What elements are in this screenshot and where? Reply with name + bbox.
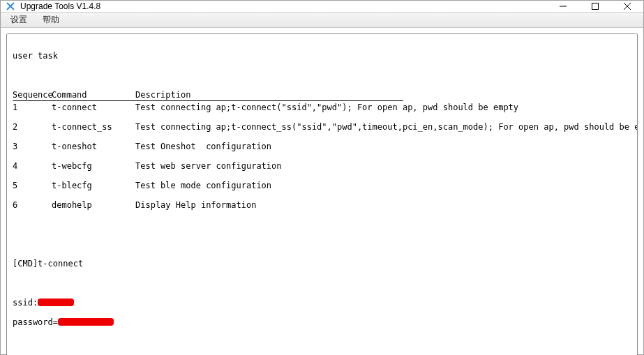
table-row: 6demohelpDisplay Help information: [13, 200, 631, 210]
menu-settings[interactable]: 设置: [8, 13, 30, 27]
app-window: Upgrade Tools V1.4.8 设置 帮助 user task Seq…: [0, 0, 644, 355]
table-row: 1t-connectTest connecting ap;t-connect("…: [13, 103, 631, 112]
term-header: user task: [13, 51, 631, 61]
maximize-button[interactable]: [579, 1, 611, 12]
table-row: 5t-blecfgTest ble mode configuration: [13, 181, 631, 190]
menu-help[interactable]: 帮助: [40, 13, 62, 27]
ssid-line: ssid:: [13, 298, 631, 308]
content-area: user task SequenceCommandDescription 1t-…: [1, 28, 643, 355]
redacted-password: [58, 318, 114, 326]
redacted-ssid: [38, 299, 74, 306]
minimize-button[interactable]: [547, 1, 579, 12]
password-line: password=: [13, 317, 631, 327]
close-button[interactable]: [611, 1, 643, 12]
term-table-header: SequenceCommandDescription: [13, 90, 403, 101]
table-row: 4t-webcfgTest web server configuration: [13, 161, 631, 171]
terminal-output[interactable]: user task SequenceCommandDescription 1t-…: [6, 33, 638, 355]
titlebar: Upgrade Tools V1.4.8: [1, 1, 643, 13]
app-icon: [5, 1, 16, 12]
table-row: 2t-connect_ssTest connecting ap;t-connec…: [13, 122, 631, 132]
window-buttons: [547, 1, 643, 12]
table-row: 3t-oneshotTest Oneshot configuration: [13, 142, 631, 151]
cmd-echo: [CMD]t-connect: [13, 259, 631, 269]
window-title: Upgrade Tools V1.4.8: [20, 1, 547, 11]
menubar: 设置 帮助: [1, 13, 643, 28]
svg-rect-1: [592, 3, 599, 10]
